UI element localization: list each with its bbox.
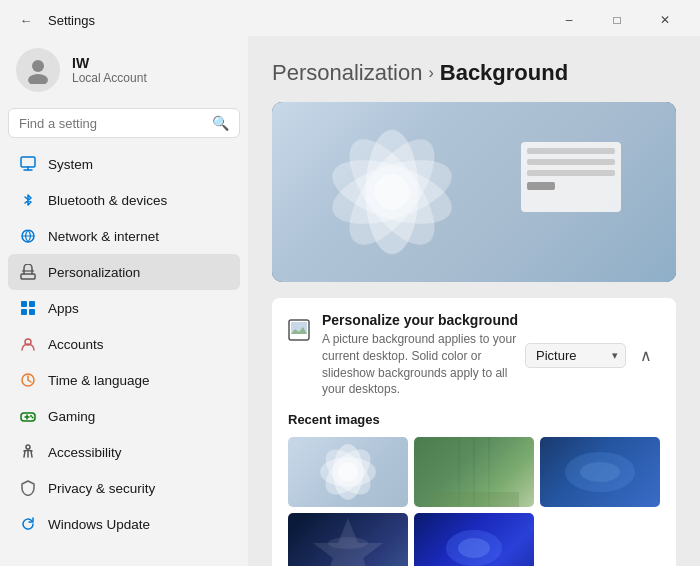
sidebar-item-label-gaming: Gaming (48, 409, 95, 424)
minimize-button[interactable]: – (546, 6, 592, 34)
svg-rect-9 (21, 309, 27, 315)
sidebar-item-accounts[interactable]: Accounts (8, 326, 240, 362)
svg-rect-5 (21, 274, 35, 279)
card-header-text: Personalize your background A picture ba… (322, 312, 525, 398)
thumbnail-2[interactable] (414, 437, 534, 507)
preview-line (527, 170, 615, 176)
back-icon: ← (20, 13, 33, 28)
titlebar: ← Settings – □ ✕ (0, 0, 700, 36)
privacy-nav-icon (18, 478, 38, 498)
user-name: IW (72, 55, 147, 71)
page-header: Personalization › Background (272, 60, 676, 86)
svg-point-16 (30, 415, 32, 417)
expand-button[interactable]: ∧ (632, 341, 660, 369)
sidebar-item-network[interactable]: Network & internet (8, 218, 240, 254)
images-grid (288, 437, 660, 566)
search-box[interactable]: 🔍 (8, 108, 240, 138)
preview-wallpaper (272, 102, 676, 282)
apps-nav-icon (18, 298, 38, 318)
svg-point-0 (32, 60, 44, 72)
nav-list: System Bluetooth & devices Network & int… (8, 146, 240, 542)
user-account-type: Local Account (72, 71, 147, 85)
card-header[interactable]: Personalize your background A picture ba… (272, 298, 676, 412)
thumbnail-3[interactable] (540, 437, 660, 507)
main-content: IW Local Account 🔍 System Bluetooth & de… (0, 36, 700, 566)
preview-container (272, 102, 676, 282)
bluetooth-nav-icon (18, 190, 38, 210)
sidebar-item-label-privacy: Privacy & security (48, 481, 155, 496)
sidebar-item-accessibility[interactable]: Accessibility (8, 434, 240, 470)
avatar (16, 48, 60, 92)
user-section[interactable]: IW Local Account (8, 36, 240, 104)
time-nav-icon (18, 370, 38, 390)
titlebar-left: ← Settings (12, 6, 95, 34)
svg-point-24 (374, 174, 410, 210)
back-button[interactable]: ← (12, 6, 40, 34)
card-subtitle: A picture background applies to your cur… (322, 331, 525, 398)
page-title: Background (440, 60, 568, 86)
thumbnail-5[interactable] (414, 513, 534, 566)
right-panel: Personalization › Background (248, 36, 700, 566)
sidebar-item-label-apps: Apps (48, 301, 79, 316)
card-title: Personalize your background (322, 312, 525, 328)
picture-type-dropdown[interactable]: Picture Solid color Slideshow Spotlight (525, 343, 626, 368)
card-body: Recent images (272, 412, 676, 566)
sidebar-item-label-network: Network & internet (48, 229, 159, 244)
titlebar-title: Settings (48, 13, 95, 28)
sidebar-item-time[interactable]: Time & language (8, 362, 240, 398)
system-nav-icon (18, 154, 38, 174)
search-icon: 🔍 (212, 115, 229, 131)
preview-btn (527, 182, 555, 190)
svg-point-18 (26, 445, 30, 449)
sidebar-item-label-bluetooth: Bluetooth & devices (48, 193, 167, 208)
titlebar-controls: – □ ✕ (546, 6, 688, 34)
sidebar: IW Local Account 🔍 System Bluetooth & de… (0, 36, 248, 566)
sidebar-item-apps[interactable]: Apps (8, 290, 240, 326)
svg-point-1 (28, 74, 48, 84)
thumbnail-4[interactable] (288, 513, 408, 566)
sidebar-item-label-accounts: Accounts (48, 337, 104, 352)
user-info: IW Local Account (72, 55, 147, 85)
svg-point-31 (338, 462, 358, 482)
sidebar-item-privacy[interactable]: Privacy & security (8, 470, 240, 506)
card-header-left: Personalize your background A picture ba… (288, 312, 525, 398)
background-icon (288, 314, 310, 346)
svg-point-39 (328, 537, 368, 549)
svg-point-17 (32, 417, 34, 419)
background-card: Personalize your background A picture ba… (272, 298, 676, 566)
thumbnail-1[interactable] (288, 437, 408, 507)
maximize-icon: □ (613, 13, 620, 27)
accessibility-nav-icon (18, 442, 38, 462)
network-nav-icon (18, 226, 38, 246)
svg-rect-10 (29, 309, 35, 315)
breadcrumb-chevron: › (428, 64, 433, 82)
sidebar-item-system[interactable]: System (8, 146, 240, 182)
minimize-icon: – (566, 13, 573, 27)
sidebar-item-personalization[interactable]: Personalization (8, 254, 240, 290)
sidebar-item-bluetooth[interactable]: Bluetooth & devices (8, 182, 240, 218)
personalization-nav-icon (18, 262, 38, 282)
svg-point-41 (458, 538, 490, 558)
svg-rect-8 (29, 301, 35, 307)
update-nav-icon (18, 514, 38, 534)
maximize-button[interactable]: □ (594, 6, 640, 34)
gaming-nav-icon (18, 406, 38, 426)
search-input[interactable] (19, 116, 206, 131)
sidebar-item-update[interactable]: Windows Update (8, 506, 240, 542)
close-icon: ✕ (660, 13, 670, 27)
close-button[interactable]: ✕ (642, 6, 688, 34)
sidebar-item-label-system: System (48, 157, 93, 172)
card-header-right: Picture Solid color Slideshow Spotlight … (525, 341, 660, 369)
svg-rect-7 (21, 301, 27, 307)
svg-rect-2 (21, 157, 35, 167)
preview-line (527, 148, 615, 154)
preview-window (521, 142, 621, 212)
expand-icon: ∧ (640, 346, 652, 365)
sidebar-item-label-personalization: Personalization (48, 265, 140, 280)
sidebar-item-gaming[interactable]: Gaming (8, 398, 240, 434)
sidebar-item-label-accessibility: Accessibility (48, 445, 122, 460)
sidebar-item-label-update: Windows Update (48, 517, 150, 532)
picture-type-dropdown-wrap: Picture Solid color Slideshow Spotlight (525, 343, 626, 368)
svg-point-37 (580, 462, 620, 482)
wallpaper-flower (292, 112, 492, 272)
